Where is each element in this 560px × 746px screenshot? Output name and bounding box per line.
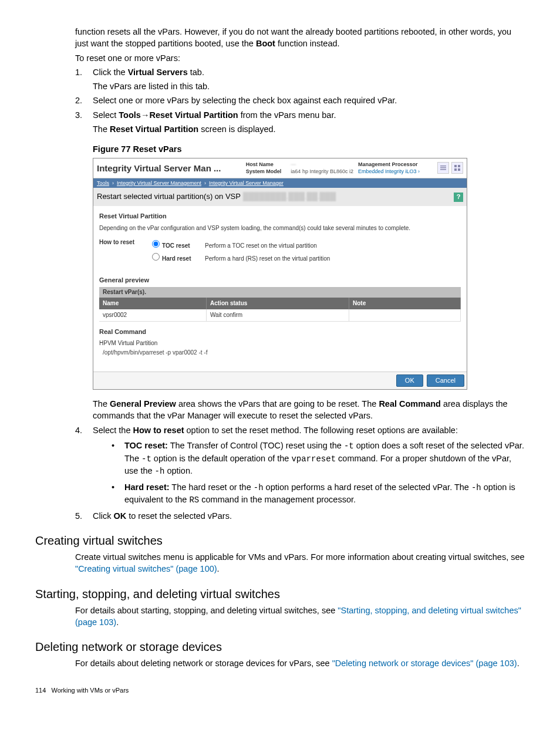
step-5: 5. Click OK to reset the selected vPars. [75,510,525,522]
bold: Tools [119,110,141,120]
bold: How to reset [133,426,184,435]
text: . [116,617,119,627]
text: Click the [93,67,128,77]
th-name: Name [99,298,207,309]
bold: Reset Virtual Partition [149,110,238,120]
text: Select [93,110,119,120]
step-2: 2. Select one or more vPars by selecting… [75,94,525,106]
host-name-value: — [291,161,353,168]
text: The hard reset or the [170,482,254,492]
code: -t [141,454,151,464]
text: For details about starting, stopping, an… [75,606,338,615]
intro-para-1: function resets all the vPars. However, … [75,26,525,50]
svg-rect-2 [440,169,446,170]
dialog-title: Restart selected virtual partition(s) on… [97,191,241,202]
bold: Hard reset: [124,482,170,492]
th-action: Action status [207,298,349,309]
text: The Transfer of Control (TOC) reset usin… [168,441,344,450]
system-model-label: System Model [246,168,282,175]
text: For details about deleting network or st… [75,659,332,668]
ssdel-para: For details about starting, stopping, an… [75,605,525,629]
text: option. [164,466,193,475]
intro-para-2: To reset one or more vPars: [75,52,525,64]
reset-option-hard[interactable]: Hard reset Perform a hard (RS) reset on … [149,251,330,263]
system-model-value: ia64 hp Integrity BL860c i2 [291,168,353,175]
text: The [93,399,110,409]
breadcrumb-tools[interactable]: Tools [97,180,109,186]
code: -h [471,483,481,492]
step-4: 4. Select the How to reset option to set… [75,424,525,436]
app-title: Integrity Virtual Server Man ... [97,162,241,174]
text: option is the default operation of the [151,454,292,463]
table-header: Name Action status Note [99,298,461,309]
row-name: vpsr0002 [99,309,207,322]
text: option to set the reset method. The foll… [184,426,458,435]
svg-rect-1 [440,167,446,168]
code: -h [155,467,165,476]
chapter-title: Working with VMs or vPars [52,687,129,694]
reset-section-title: Reset Virtual Partition [99,212,461,221]
section-vswitches: Creating virtual switches [35,532,525,549]
section-ssdel: Starting, stopping, and deleting virtual… [35,586,525,602]
toc-label: TOC reset [162,242,205,250]
bold: Boot [256,39,275,48]
figure-caption: Figure 77 Reset vPars [93,143,525,155]
how-to-reset-label: How to reset [99,238,149,264]
toc-desc: Perform a TOC reset on the virtual parti… [205,242,317,250]
restart-bar: Restart vPar(s). [99,287,461,298]
text: . [217,564,220,573]
general-preview-title: General preview [99,276,461,285]
step-1-sub: The vPars are listed in this tab. [93,80,525,92]
text: Select one or more vPars by selecting th… [93,96,397,105]
vswitches-link[interactable]: "Creating virtual switches" (page 100) [75,564,217,573]
real-command-title: Real Command [99,328,461,336]
code: RS [189,495,199,505]
text: from the vPars menu bar. [238,110,336,120]
delnet-para: For details about deleting network or st… [75,657,525,669]
page-footer: 114 Working with VMs or vPars [35,686,525,695]
th-note: Note [349,298,461,309]
cancel-button[interactable]: Cancel [427,374,464,387]
toc-radio[interactable] [152,240,160,248]
text: area shows the vPars that are going to b… [176,399,379,409]
grid-icon[interactable] [451,162,463,174]
code: -t [344,441,354,451]
arrow: → [141,110,150,120]
table-row: vpsr0002 Wait confirm [99,309,461,322]
code: -h [254,483,264,492]
svg-rect-4 [458,165,460,167]
vswitches-para: Create virtual switches menu is applicab… [75,551,525,575]
mp-label: Management Processor [358,161,418,167]
command-text: /opt/hpvm/bin/vparreset -p vpar0002 -t -… [99,347,461,358]
hard-desc: Perform a hard (RS) reset on the virtual… [205,255,330,263]
bullet-hard: Hard reset: The hard reset or the -h opt… [112,481,525,507]
row-action: Wait confirm [207,309,349,322]
svg-rect-6 [458,168,460,171]
bold: Real Command [379,399,441,409]
breadcrumb-a[interactable]: Integrity Virtual Server Management [117,180,201,186]
delnet-link[interactable]: "Deleting network or storage devices" (p… [332,659,517,668]
hpvm-label: HPVM Virtual Partition [99,339,461,347]
breadcrumb: Tools › Integrity Virtual Server Managem… [93,178,467,188]
hard-radio[interactable] [152,253,160,261]
text: to reset the selected vPars. [126,511,232,521]
reset-option-toc[interactable]: TOC reset Perform a TOC reset on the vir… [149,238,330,250]
mp-link[interactable]: Embedded Integrity iLO3 › [358,168,420,175]
list-icon[interactable] [437,162,449,174]
text: tab. [188,67,204,77]
text: The [93,124,110,134]
after-figure-para: The General Preview area shows the vPars… [93,398,525,422]
row-note [349,309,461,322]
help-icon[interactable]: ? [454,193,463,202]
bold: OK [113,511,126,521]
text: Click [93,511,113,521]
page-number: 114 [35,687,46,694]
breadcrumb-b[interactable]: Integrity Virtual Server Manager [209,180,284,186]
bold: TOC reset: [124,441,168,450]
text: Select the [93,426,133,435]
bold: General Preview [110,399,176,409]
text: Create virtual switches menu is applicab… [75,552,525,562]
ok-button[interactable]: OK [396,374,423,387]
text: . [517,659,519,668]
figure-screenshot: Integrity Virtual Server Man ... Host Na… [93,158,467,390]
